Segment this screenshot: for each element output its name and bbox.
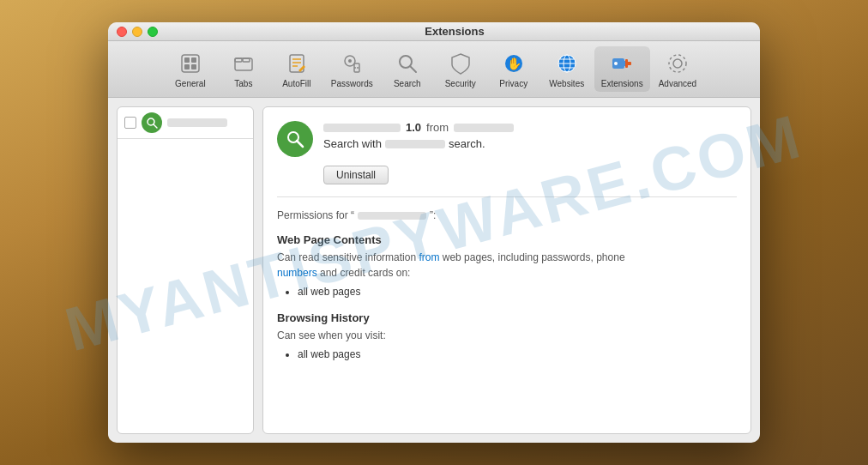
svg-line-36: [154, 124, 157, 128]
svg-rect-7: [243, 58, 250, 62]
window-title: Extensions: [158, 25, 751, 38]
search-prefix: Search with: [323, 137, 382, 150]
traffic-lights: [117, 27, 158, 37]
perm-section-history: Browsing History Can see when you visit:…: [277, 311, 737, 360]
perm-history-title: Browsing History: [277, 311, 737, 324]
svg-line-19: [410, 66, 416, 72]
ext-info: 1.0 from Search with search. Uninstall: [323, 121, 737, 184]
maximize-button[interactable]: [148, 27, 158, 37]
advanced-icon: [664, 50, 691, 77]
autofill-label: AutoFill: [282, 79, 310, 88]
ext-from: from: [426, 121, 449, 134]
perm-history-desc: Can see when you visit:: [277, 328, 737, 343]
general-label: General: [175, 79, 206, 88]
toolbar-item-websites[interactable]: Websites: [541, 46, 593, 92]
svg-rect-0: [182, 55, 199, 72]
toolbar-item-security[interactable]: Security: [435, 46, 486, 92]
svg-rect-4: [191, 64, 196, 69]
perm-history-list: all web pages: [277, 348, 737, 360]
minimize-button[interactable]: [132, 27, 142, 37]
toolbar-item-general[interactable]: General: [165, 46, 216, 92]
svg-rect-31: [627, 62, 631, 65]
search-toolbar-icon: [394, 50, 421, 77]
tabs-label: Tabs: [234, 79, 252, 88]
sidebar-ext-name: [167, 118, 227, 127]
passwords-label: Passwords: [331, 79, 373, 88]
advanced-label: Advanced: [659, 79, 696, 88]
main-content: 1.0 from Search with search. Uninstall: [108, 98, 760, 443]
general-icon: [177, 50, 204, 77]
perm-history-item: all web pages: [298, 348, 737, 360]
search-suffix: search.: [449, 137, 485, 150]
permissions-prefix: Permissions for “: [277, 209, 354, 221]
toolbar-item-tabs[interactable]: Tabs: [218, 46, 269, 92]
toolbar-item-autofill[interactable]: AutoFill: [271, 46, 322, 92]
search-label: Search: [394, 79, 421, 88]
ext-version: 1.0: [406, 121, 421, 134]
svg-point-33: [673, 59, 682, 68]
svg-rect-1: [184, 57, 190, 63]
perm-web-list: all web pages: [277, 286, 737, 298]
permissions-suffix: ”:: [430, 209, 436, 221]
ext-name-bar: [323, 124, 401, 132]
toolbar-item-privacy[interactable]: ✋ Privacy: [488, 46, 539, 92]
perm-section-web-contents: Web Page Contents Can read sensitive inf…: [277, 233, 737, 298]
svg-point-34: [669, 55, 686, 72]
toolbar-item-search[interactable]: Search: [382, 46, 433, 92]
ext-source-bar: [454, 124, 514, 132]
safari-extensions-window: Extensions General: [108, 22, 760, 443]
svg-marker-12: [298, 65, 305, 72]
sidebar: [117, 106, 254, 434]
extension-checkbox[interactable]: [124, 117, 136, 129]
svg-line-38: [297, 141, 303, 147]
numbers-link[interactable]: numbers: [277, 267, 317, 279]
permissions-name-bar: [358, 212, 426, 220]
ext-main-icon: [277, 121, 313, 157]
perm-web-title: Web Page Contents: [277, 233, 737, 246]
websites-label: Websites: [549, 79, 584, 88]
tabs-icon: [230, 50, 257, 77]
toolbar: General Tabs: [108, 41, 760, 98]
svg-rect-6: [235, 58, 242, 62]
privacy-label: Privacy: [499, 79, 527, 88]
svg-point-14: [348, 59, 352, 63]
toolbar-item-extensions[interactable]: Extensions: [594, 46, 650, 92]
security-label: Security: [445, 79, 476, 88]
extensions-icon: [608, 50, 636, 77]
passwords-icon: [338, 50, 365, 77]
extensions-label: Extensions: [601, 79, 643, 88]
toolbar-item-passwords[interactable]: Passwords: [324, 46, 380, 92]
svg-text:✋: ✋: [506, 57, 521, 71]
from-link[interactable]: from: [419, 251, 439, 263]
permissions-label: Permissions for “ ”:: [277, 209, 737, 221]
svg-rect-3: [184, 64, 190, 69]
ext-name-row: 1.0 from: [323, 121, 737, 134]
svg-point-32: [614, 62, 618, 65]
sidebar-ext-icon: [142, 112, 162, 133]
sidebar-header: [118, 107, 253, 139]
close-button[interactable]: [117, 27, 127, 37]
autofill-icon: [283, 50, 310, 77]
websites-icon: [553, 50, 581, 77]
privacy-icon: ✋: [500, 50, 527, 77]
detail-panel: 1.0 from Search with search. Uninstall: [262, 106, 751, 434]
toolbar-item-advanced[interactable]: Advanced: [652, 46, 703, 92]
svg-rect-2: [191, 57, 196, 63]
perm-web-desc: Can read sensitive information from web …: [277, 250, 737, 281]
ext-header: 1.0 from Search with search. Uninstall: [277, 121, 737, 197]
perm-web-item: all web pages: [298, 286, 737, 298]
ext-search-bar: [385, 140, 445, 148]
security-icon: [447, 50, 474, 77]
titlebar: Extensions: [108, 22, 760, 41]
ext-search-row: Search with search.: [323, 137, 737, 150]
uninstall-button[interactable]: Uninstall: [323, 166, 389, 184]
